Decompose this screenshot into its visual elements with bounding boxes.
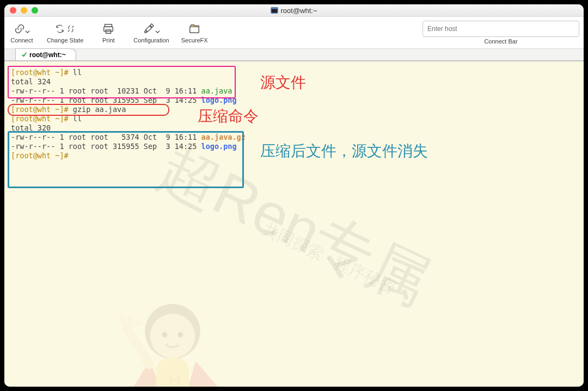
reconnect-icon xyxy=(55,24,65,34)
svg-rect-6 xyxy=(190,27,199,33)
svg-point-7 xyxy=(145,304,200,359)
connect-bar: Connect Bar xyxy=(422,21,579,45)
securefx-icon xyxy=(188,23,200,35)
securefx-button[interactable]: SecureFX xyxy=(181,22,208,44)
watermark-small: 共同探索 · 程序秘密 xyxy=(259,218,399,299)
svg-rect-1 xyxy=(272,9,278,13)
disconnect-icon xyxy=(66,24,76,34)
tab-strip: root@wht:~ xyxy=(4,49,584,61)
toolbar: Connect Change State Print Configuration… xyxy=(4,17,584,49)
window-title-text: root@wht:~ xyxy=(280,7,317,15)
connect-label: Connect xyxy=(11,37,33,44)
host-input[interactable] xyxy=(422,21,579,37)
svg-point-9 xyxy=(162,332,168,338)
terminal-icon xyxy=(271,7,278,14)
change-state-label: Change State xyxy=(47,37,83,44)
svg-rect-3 xyxy=(104,27,113,31)
securefx-label: SecureFX xyxy=(181,37,208,44)
chevron-down-icon xyxy=(155,29,160,34)
connect-button[interactable]: Connect xyxy=(9,22,35,44)
terminal-area[interactable]: 超Ren专属 共同探索 · 程序秘密 H [root@wht ~]# ll to… xyxy=(4,61,584,387)
close-window-button[interactable] xyxy=(10,7,16,14)
titlebar: root@wht:~ xyxy=(4,4,584,17)
session-tab-label: root@wht:~ xyxy=(29,51,66,59)
svg-point-5 xyxy=(145,31,147,33)
chevron-down-icon xyxy=(25,29,30,34)
svg-text:H: H xyxy=(168,370,181,387)
svg-point-8 xyxy=(150,314,195,358)
configuration-label: Configuration xyxy=(133,37,169,44)
configuration-button[interactable]: Configuration xyxy=(133,22,169,44)
session-tab[interactable]: root@wht:~ xyxy=(15,48,76,60)
traffic-lights xyxy=(4,7,38,14)
link-icon xyxy=(14,23,26,35)
window-title: root@wht:~ xyxy=(4,7,584,15)
zoom-window-button[interactable] xyxy=(32,7,38,14)
check-icon xyxy=(21,52,27,58)
terminal-output: [root@wht ~]# ll total 324 -rw-r--r-- 1 … xyxy=(4,61,584,167)
svg-rect-11 xyxy=(156,358,189,387)
print-button[interactable]: Print xyxy=(95,22,121,44)
connect-bar-label: Connect Bar xyxy=(484,38,517,45)
cartoon-illustration: H xyxy=(108,295,244,387)
minimize-window-button[interactable] xyxy=(21,7,27,14)
app-window: root@wht:~ Connect Change State Print Co… xyxy=(4,4,584,387)
tools-icon xyxy=(143,23,155,35)
svg-rect-0 xyxy=(271,8,278,14)
print-label: Print xyxy=(102,37,115,44)
printer-icon xyxy=(102,23,114,35)
svg-point-10 xyxy=(178,332,183,338)
change-state-button[interactable]: Change State xyxy=(47,22,83,44)
